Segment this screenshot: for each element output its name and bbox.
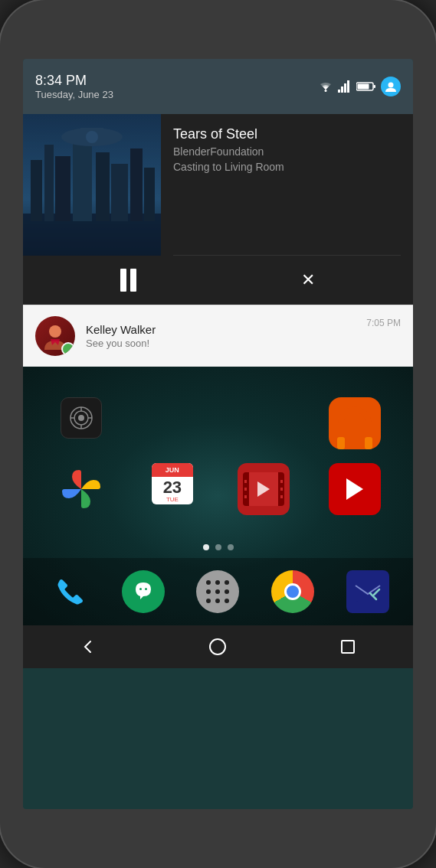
homescreen: JUN 23 TUE <box>23 367 413 558</box>
sender-name: Kelley Walker <box>86 323 356 336</box>
app-item-calendar[interactable]: JUN 23 TUE <box>126 463 218 521</box>
message-text: See you soon! <box>86 338 356 349</box>
media-notif-actions <box>23 256 413 305</box>
youtube-play-icon <box>346 478 363 500</box>
media-casting-status: Casting to Living Room <box>173 161 401 173</box>
media-notif-content: Tears of Steel BlenderFoundation Casting… <box>23 114 413 256</box>
calendar-header: JUN <box>152 463 193 477</box>
film-play-icon <box>257 481 270 497</box>
photos-svg <box>58 466 104 512</box>
phone-frame: 8:34 PM Tuesday, June 23 <box>0 0 436 868</box>
avatar-badge <box>61 342 75 356</box>
user-avatar-icon <box>381 77 401 96</box>
app-dock <box>23 558 413 625</box>
calendar-icon: JUN 23 TUE <box>152 463 193 504</box>
svg-rect-6 <box>374 85 376 88</box>
svg-rect-32 <box>145 588 147 590</box>
status-bar: 8:34 PM Tuesday, June 23 <box>23 59 413 114</box>
media-title: Tears of Steel <box>173 126 401 142</box>
cast-videos-svg <box>67 405 96 431</box>
svg-rect-31 <box>139 588 142 590</box>
message-notification[interactable]: Kelley Walker See you soon! 7:05 PM <box>23 305 413 367</box>
svg-point-23 <box>49 325 61 338</box>
dock-inbox[interactable] <box>345 569 391 615</box>
back-button[interactable] <box>65 631 111 662</box>
back-icon <box>79 638 97 656</box>
dock-phone[interactable] <box>45 569 91 615</box>
phone-icon <box>50 573 87 610</box>
svg-rect-2 <box>341 86 343 93</box>
app-item-cast-videos[interactable] <box>35 397 126 455</box>
svg-rect-7 <box>358 84 369 90</box>
app-item-empty-1 <box>126 397 218 455</box>
signal-icon <box>338 80 352 93</box>
inbox-icon <box>346 570 389 613</box>
phone-screen: 8:34 PM Tuesday, June 23 <box>23 59 413 809</box>
play-movies-icon <box>238 463 290 515</box>
media-thumbnail <box>23 114 161 256</box>
svg-rect-22 <box>23 114 161 256</box>
media-notification: Tears of Steel BlenderFoundation Casting… <box>23 114 413 305</box>
pause-icon <box>120 269 136 292</box>
dock-app-drawer[interactable] <box>195 569 241 615</box>
status-date: Tuesday, June 23 <box>35 89 113 100</box>
message-body: Kelley Walker See you soon! <box>86 323 356 349</box>
app-grid: JUN 23 TUE <box>35 382 401 537</box>
chrome-icon <box>271 570 314 613</box>
drawer-icon <box>196 570 239 613</box>
page-indicator-1[interactable] <box>203 544 209 550</box>
page-indicator-2[interactable] <box>215 544 221 550</box>
media-artist: BlenderFoundation <box>173 145 401 158</box>
media-notif-text: Tears of Steel BlenderFoundation Casting… <box>161 114 413 256</box>
calendar-day: 23 <box>163 479 182 496</box>
svg-point-8 <box>388 83 394 88</box>
sender-avatar <box>35 316 75 356</box>
close-button[interactable] <box>290 262 326 299</box>
app-item-play-movies[interactable] <box>218 463 310 521</box>
recents-icon <box>341 640 355 654</box>
calendar-body: 23 TUE <box>152 477 193 504</box>
app-item-play-music[interactable] <box>310 397 401 455</box>
photos-icon-container <box>55 463 107 515</box>
calendar-month: JUN <box>166 466 179 474</box>
notifications-panel: Tears of Steel BlenderFoundation Casting… <box>23 114 413 367</box>
page-indicator-3[interactable] <box>228 544 234 550</box>
headphones-icon <box>338 406 372 440</box>
svg-rect-3 <box>344 83 346 93</box>
app-item-youtube[interactable] <box>310 463 401 521</box>
page-indicators <box>35 537 401 558</box>
wifi-icon <box>318 80 333 93</box>
thumbnail-artwork <box>23 114 161 256</box>
svg-rect-4 <box>347 80 349 93</box>
home-icon <box>209 638 226 655</box>
svg-point-26 <box>78 415 84 421</box>
film-strip-icon <box>243 472 284 506</box>
status-icons <box>318 77 401 96</box>
pause-button[interactable] <box>110 262 146 299</box>
dock-chrome[interactable] <box>270 569 316 615</box>
hangouts-icon <box>122 570 165 613</box>
play-music-icon <box>329 397 381 449</box>
status-time: 8:34 PM <box>35 73 113 89</box>
cast-videos-icon <box>61 397 102 439</box>
message-time: 7:05 PM <box>366 318 401 328</box>
chrome-inner-circle <box>284 583 301 600</box>
navigation-bar <box>23 625 413 668</box>
home-button[interactable] <box>195 631 241 662</box>
recents-button[interactable] <box>325 631 371 662</box>
youtube-icon <box>329 463 381 515</box>
calendar-weekday: TUE <box>166 496 179 503</box>
app-item-photos[interactable] <box>35 463 126 521</box>
app-item-empty-2 <box>218 397 310 455</box>
dock-hangouts[interactable] <box>120 569 166 615</box>
status-time-block: 8:34 PM Tuesday, June 23 <box>35 73 113 100</box>
svg-point-0 <box>325 90 327 92</box>
close-icon <box>301 270 315 290</box>
battery-icon <box>356 81 376 92</box>
svg-rect-1 <box>338 90 340 93</box>
